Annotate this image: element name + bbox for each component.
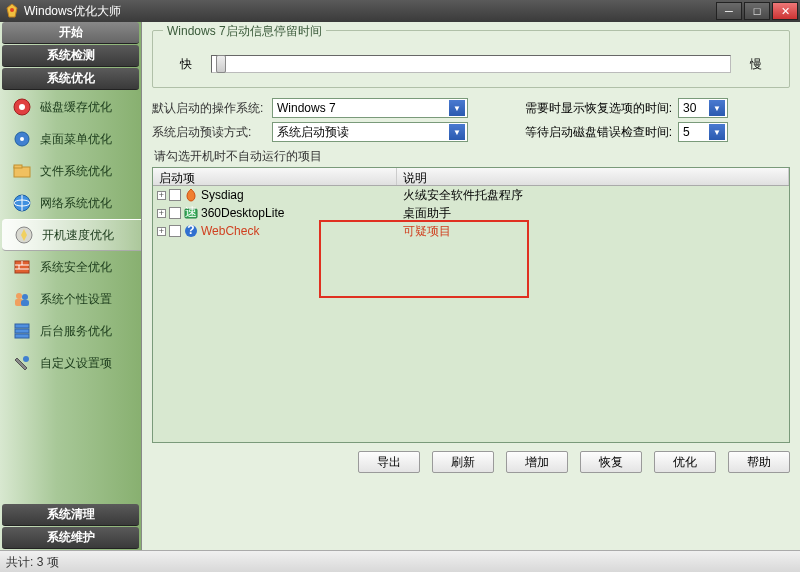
nav-custom[interactable]: 自定义设置项 (0, 347, 141, 379)
nav-desktop-menu[interactable]: 桌面菜单优化 (0, 123, 141, 155)
item-name: 360DesktopLite (201, 206, 284, 220)
action-button-帮助[interactable]: 帮助 (728, 451, 790, 473)
list-header: 启动项 说明 (153, 168, 789, 186)
nav-label: 系统个性设置 (40, 291, 112, 308)
app-item-icon: ? (184, 224, 198, 238)
main-panel: Windows 7启动信息停留时间 快 慢 默认启动的操作系统: Windows… (142, 22, 800, 550)
svg-rect-21 (15, 329, 29, 333)
boot-delay-group: Windows 7启动信息停留时间 快 慢 (152, 30, 790, 88)
action-button-优化[interactable]: 优化 (654, 451, 716, 473)
item-name: WebCheck (201, 224, 259, 238)
preview-label: 系统启动预读方式: (152, 124, 272, 141)
globe-icon (10, 191, 34, 215)
firewall-icon (10, 255, 34, 279)
action-button-刷新[interactable]: 刷新 (432, 451, 494, 473)
nav-label: 桌面菜单优化 (40, 131, 112, 148)
combo-value: 5 (683, 125, 690, 139)
svg-rect-22 (15, 334, 29, 338)
slider-fast-label: 快 (171, 56, 201, 73)
svg-rect-20 (15, 324, 29, 328)
restore-time-combo[interactable]: 30 ▼ (678, 98, 728, 118)
wrench-icon (10, 351, 34, 375)
item-name: Sysdiag (201, 188, 244, 202)
expand-icon[interactable]: + (157, 227, 166, 236)
boot-delay-slider[interactable] (211, 55, 731, 73)
nav-boot-speed[interactable]: 开机速度优化 (2, 219, 141, 251)
svg-point-4 (20, 137, 24, 141)
status-text: 共计: 3 项 (6, 555, 59, 569)
nav-network[interactable]: 网络系统优化 (0, 187, 141, 219)
server-icon (10, 319, 34, 343)
item-desc: 桌面助手 (397, 205, 789, 222)
default-os-label: 默认启动的操作系统: (152, 100, 272, 117)
group-title: Windows 7启动信息停留时间 (163, 23, 326, 40)
svg-point-0 (10, 8, 14, 12)
nav-services[interactable]: 后台服务优化 (0, 315, 141, 347)
nav-file-system[interactable]: 文件系统优化 (0, 155, 141, 187)
svg-point-2 (19, 104, 25, 110)
svg-point-23 (23, 356, 29, 362)
chevron-down-icon: ▼ (709, 100, 725, 116)
checkbox[interactable] (169, 207, 181, 219)
maximize-button[interactable]: □ (744, 2, 770, 20)
startup-row[interactable]: +Sysdiag火绒安全软件托盘程序 (153, 186, 789, 204)
action-button-恢复[interactable]: 恢复 (580, 451, 642, 473)
startup-list: 启动项 说明 +Sysdiag火绒安全软件托盘程序+速360DesktopLit… (152, 167, 790, 443)
slider-slow-label: 慢 (741, 56, 771, 73)
chevron-down-icon: ▼ (449, 100, 465, 116)
preview-combo[interactable]: 系统启动预读 ▼ (272, 122, 468, 142)
nav-label: 磁盘缓存优化 (40, 99, 112, 116)
nav-disk-cache[interactable]: 磁盘缓存优化 (0, 91, 141, 123)
item-desc: 火绒安全软件托盘程序 (397, 187, 789, 204)
svg-point-16 (16, 293, 22, 299)
nav-label: 系统安全优化 (40, 259, 112, 276)
checkbox[interactable] (169, 189, 181, 201)
nav-personal[interactable]: 系统个性设置 (0, 283, 141, 315)
action-button-导出[interactable]: 导出 (358, 451, 420, 473)
statusbar: 共计: 3 项 (0, 550, 800, 572)
sidebar: 开始 系统检测 系统优化 磁盘缓存优化 桌面菜单优化 文件系统优化 网络系统优化… (0, 22, 142, 550)
app-item-icon: 速 (184, 206, 198, 220)
svg-point-17 (22, 294, 28, 300)
expand-icon[interactable]: + (157, 209, 166, 218)
nav-label: 网络系统优化 (40, 195, 112, 212)
titlebar: Windows优化大师 ─ □ ✕ (0, 0, 800, 22)
disk-check-label: 等待启动磁盘错误检查时间: (518, 124, 678, 141)
chevron-down-icon: ▼ (709, 124, 725, 140)
gear-icon (10, 127, 34, 151)
disk-check-combo[interactable]: 5 ▼ (678, 122, 728, 142)
startup-row[interactable]: +?WebCheck可疑项目 (153, 222, 789, 240)
nav-security[interactable]: 系统安全优化 (0, 251, 141, 283)
nav-label: 开机速度优化 (42, 227, 114, 244)
checkbox[interactable] (169, 225, 181, 237)
nav-label: 文件系统优化 (40, 163, 112, 180)
tab-detect[interactable]: 系统检测 (2, 45, 139, 67)
action-button-增加[interactable]: 增加 (506, 451, 568, 473)
slider-thumb[interactable] (216, 55, 226, 73)
nav-label: 自定义设置项 (40, 355, 112, 372)
nav-label: 后台服务优化 (40, 323, 112, 340)
tab-maintain[interactable]: 系统维护 (2, 527, 139, 549)
close-button[interactable]: ✕ (772, 2, 798, 20)
default-os-combo[interactable]: Windows 7 ▼ (272, 98, 468, 118)
window-title: Windows优化大师 (24, 3, 716, 20)
combo-value: Windows 7 (277, 101, 336, 115)
col-name-header[interactable]: 启动项 (153, 168, 397, 185)
startup-row[interactable]: +速360DesktopLite桌面助手 (153, 204, 789, 222)
item-desc: 可疑项目 (397, 223, 789, 240)
minimize-button[interactable]: ─ (716, 2, 742, 20)
chevron-down-icon: ▼ (449, 124, 465, 140)
boot-icon (12, 223, 36, 247)
folder-icon (10, 159, 34, 183)
svg-text:速: 速 (185, 206, 197, 219)
tab-cleanup[interactable]: 系统清理 (2, 504, 139, 526)
tab-optimize[interactable]: 系统优化 (2, 68, 139, 90)
expand-icon[interactable]: + (157, 191, 166, 200)
tab-start[interactable]: 开始 (2, 22, 139, 44)
app-icon (4, 3, 20, 19)
svg-rect-19 (21, 300, 29, 306)
svg-rect-6 (14, 165, 22, 168)
users-icon (10, 287, 34, 311)
app-item-icon (184, 188, 198, 202)
col-desc-header[interactable]: 说明 (397, 168, 789, 185)
